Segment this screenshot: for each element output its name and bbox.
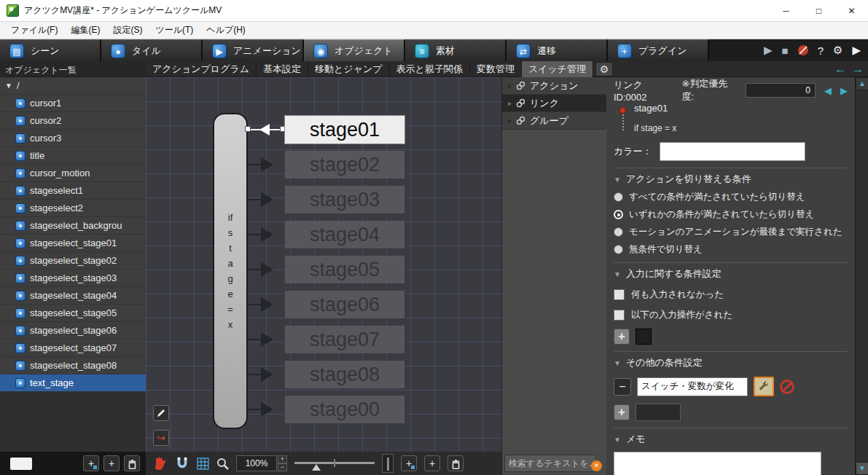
tab-action-program[interactable]: アクションプログラム <box>146 61 257 77</box>
add-condition-button[interactable]: + <box>614 404 630 420</box>
slider-thumb[interactable] <box>312 464 321 471</box>
tree-item-text-stage[interactable]: text_stage <box>0 374 146 392</box>
link-line[interactable] <box>248 234 262 235</box>
tab-scene[interactable]: ▤ シーン <box>0 39 101 61</box>
link-color-picker[interactable] <box>660 142 805 161</box>
link-line[interactable] <box>248 164 262 165</box>
tree-item-stageselect-stage07[interactable]: stageselect_stage07 <box>0 339 146 357</box>
section-other-condition[interactable]: ▼ その他の条件設定 <box>614 351 848 369</box>
action-box-stage06[interactable]: stage06 <box>284 290 405 319</box>
add-folder-button[interactable]: + <box>103 455 120 471</box>
other-condition-field[interactable] <box>637 377 748 396</box>
tab-basic-settings[interactable]: 基本設定 <box>257 61 308 77</box>
stop-icon[interactable]: ■ <box>782 44 789 57</box>
checkbox-no-input[interactable]: 何も入力されなかった <box>614 288 848 301</box>
collapse-triangle-icon[interactable]: ▼ <box>5 82 12 90</box>
play-scene-icon[interactable]: ▶ <box>764 44 773 57</box>
link-line[interactable] <box>248 269 262 270</box>
menu-tools[interactable]: ツール(T) <box>149 21 200 39</box>
radio-all-conditions[interactable]: すべての条件が満たされていたら切り替え <box>614 191 848 203</box>
tree-item-stageselect-stage02[interactable]: stageselect_stage02 <box>0 252 146 270</box>
tree-item-stageselect-stage04[interactable]: stageselect_stage04 <box>0 287 146 305</box>
close-button[interactable]: ✕ <box>835 0 868 21</box>
priority-decrease-icon[interactable]: ◀ <box>824 86 832 95</box>
tab-display-parent[interactable]: 表示と親子関係 <box>390 61 470 77</box>
radio-unconditional[interactable]: 無条件で切り替え <box>614 243 848 256</box>
tree-item-stageselect2[interactable]: stageselect2 <box>0 200 146 217</box>
input-condition-slot[interactable] <box>636 329 652 345</box>
magnet-tool-icon[interactable] <box>175 456 189 471</box>
edit-link-button[interactable] <box>153 405 169 421</box>
tab-material[interactable]: ≡ 素材 <box>405 39 507 61</box>
menu-file[interactable]: ファイル(F) <box>4 21 64 39</box>
action-box-stage03[interactable]: stage03 <box>284 185 405 214</box>
tab-transition[interactable]: ⇄ 遷移 <box>507 39 608 61</box>
add-object-button[interactable]: + <box>83 455 99 471</box>
tree-item-stageselect-stage01[interactable]: stageselect_stage01 <box>0 235 146 252</box>
tree-item-stageselect-stage03[interactable]: stageselect_stage03 <box>0 270 146 287</box>
add-action-button[interactable]: + <box>401 455 417 471</box>
priority-input[interactable]: 0 <box>746 83 816 98</box>
tree-item-stageselect1[interactable]: stageselect1 <box>0 182 146 200</box>
zoom-in-icon[interactable]: + <box>278 455 287 463</box>
section-memo[interactable]: ▼ メモ <box>614 428 848 446</box>
undo-button[interactable]: ↪ <box>153 430 169 446</box>
delete-object-button[interactable] <box>124 455 140 471</box>
tab-switch-mgmt[interactable]: スイッチ管理 <box>522 61 593 77</box>
link-line[interactable] <box>248 304 262 305</box>
editor-settings-gear-icon[interactable]: ⚙ <box>595 62 613 76</box>
link-drag-handle[interactable] <box>245 126 251 132</box>
search-clear-icon[interactable]: ✕ <box>591 460 602 471</box>
zoom-tool-icon[interactable] <box>216 458 229 470</box>
action-program-canvas[interactable]: if s t a g e = x stage01 stage02 stage03… <box>146 77 501 452</box>
record-disabled-icon[interactable] <box>798 45 808 55</box>
radio-motion-finished[interactable]: モーションのアニメーションが最後まで実行された <box>614 226 848 238</box>
remove-condition-button[interactable]: − <box>614 378 631 396</box>
inspector-scrollbar[interactable]: ▲ ▼ <box>855 77 868 475</box>
tree-item-cursor2[interactable]: cursor2 <box>0 112 146 130</box>
menu-help[interactable]: ヘルプ(H) <box>200 21 252 39</box>
checkbox-input-operation[interactable]: 以下の入力操作がされた <box>614 309 848 321</box>
action-box-stage05[interactable]: stage05 <box>284 255 405 284</box>
action-box-stage02[interactable]: stage02 <box>284 150 405 179</box>
radio-any-condition[interactable]: いずれかの条件が満たされていたら切り替え <box>614 208 848 221</box>
link-line[interactable] <box>248 409 262 410</box>
action-box-stage07[interactable]: stage07 <box>284 325 405 354</box>
action-box-stage04[interactable]: stage04 <box>284 220 405 249</box>
link-line[interactable] <box>248 339 262 340</box>
category-group[interactable]: ▸ グループ <box>502 112 606 130</box>
section-switch-condition[interactable]: ▼ アクションを切り替える条件 <box>614 168 848 186</box>
tab-animation[interactable]: ▶ アニメーション <box>203 39 304 61</box>
tree-root-row[interactable]: ▼ / <box>0 77 146 95</box>
action-box-stage08[interactable]: stage08 <box>284 360 405 389</box>
grid-toggle-icon[interactable] <box>197 458 209 470</box>
link-line[interactable] <box>248 374 262 375</box>
help-icon[interactable]: ? <box>818 44 824 57</box>
maximize-button[interactable]: □ <box>802 0 835 21</box>
tree-item-stageselect-stage06[interactable]: stageselect_stage06 <box>0 322 146 339</box>
tab-variable-mgmt[interactable]: 変数管理 <box>470 61 522 77</box>
selection-marquee-icon[interactable] <box>10 458 32 470</box>
add-group-button[interactable]: + <box>424 455 440 471</box>
edit-condition-button[interactable] <box>754 377 774 396</box>
action-box-stage01[interactable]: stage01 <box>284 115 405 144</box>
forward-arrow-icon[interactable]: → <box>852 62 864 76</box>
tab-plugin[interactable]: + プラグイン <box>608 39 709 61</box>
minimize-button[interactable]: ─ <box>770 0 802 21</box>
tab-object[interactable]: ◉ オブジェクト <box>304 39 405 61</box>
search-input[interactable] <box>504 455 596 472</box>
memo-textarea[interactable] <box>614 452 821 475</box>
tab-tile[interactable]: ● タイル <box>101 39 203 61</box>
tree-item-cursor3[interactable]: cursor3 <box>0 130 146 147</box>
condition-node[interactable]: if s t a g e = x <box>213 113 248 429</box>
menu-settings[interactable]: 設定(S) <box>106 21 149 39</box>
tree-item-stageselect-background[interactable]: stageselect_backgrou <box>0 217 146 235</box>
back-arrow-icon[interactable]: ← <box>834 62 846 76</box>
scroll-down-icon[interactable]: ▼ <box>856 462 868 475</box>
category-action[interactable]: ▸ アクション <box>502 77 606 95</box>
add-input-condition-button[interactable]: + <box>614 329 630 345</box>
tab-move-jump[interactable]: 移動とジャンプ <box>308 61 390 77</box>
zoom-level-display[interactable]: 100% <box>236 455 277 471</box>
gear-icon[interactable]: ⚙ <box>833 44 842 57</box>
zoom-slider[interactable] <box>294 455 375 472</box>
